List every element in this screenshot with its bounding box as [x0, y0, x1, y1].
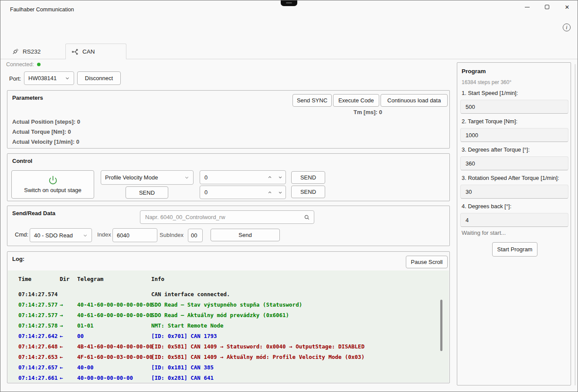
value2-send-button[interactable]: SEND [291, 186, 325, 198]
log-cell-time: 07:14:27.657 [18, 362, 60, 373]
log-cell-dir [60, 289, 77, 300]
minimize-button[interactable] [517, 0, 537, 14]
log-cell-dir: ← [60, 331, 77, 341]
log-header-telegram: Telegram [77, 274, 151, 284]
chevron-up-icon [268, 175, 272, 179]
value2-spinner[interactable]: 0 [200, 186, 286, 199]
tab-can-label: CAN [82, 48, 95, 55]
send-read-title: Send/Read Data [12, 210, 55, 216]
degrees-after-torque-label: 3. Degrees after Torque [°]: [462, 146, 530, 153]
log-cell-info: [ID: 0x581] CAN 1409 → Statusword: 0x004… [151, 341, 449, 352]
index-input[interactable] [112, 228, 157, 242]
log-cell-time: 07:14:27.661 [18, 373, 60, 382]
log-cell-telegram: 40-41-60-00-00-00-00-00 [77, 300, 151, 310]
status-dot [37, 63, 41, 66]
maximize-button[interactable] [537, 0, 557, 14]
connection-status: Connected: [6, 61, 41, 68]
log-row: 07:14:27.657←40-00[ID: 0x181] CAN 385 [8, 362, 449, 373]
log-panel: Log: Pause Scroll Time Dir Telegram Info… [7, 251, 450, 383]
value1-spinner-value: 0 [204, 174, 265, 181]
log-row: 07:14:27.648←4B-41-60-00-40-00-00-00[ID:… [8, 341, 449, 352]
cmd-select-value: 40 - SDO Read [34, 232, 73, 239]
port-select[interactable]: HW038141 [24, 71, 74, 85]
power-icon [48, 176, 58, 185]
log-cell-time: 07:14:27.577 [18, 310, 60, 321]
subindex-input[interactable] [188, 229, 203, 242]
log-rows: 07:14:27.574CAN interface connected.07:1… [8, 289, 449, 382]
start-speed-input[interactable] [460, 100, 568, 114]
target-torque-input[interactable] [460, 128, 568, 142]
log-cell-info: [ID: 0x581] CAN 1409 → Aktuálny mód: Pro… [151, 352, 449, 362]
program-title: Program [462, 68, 486, 74]
chevron-down-icon [278, 190, 282, 195]
connected-label: Connected: [6, 61, 34, 68]
log-header-info: Info [151, 274, 449, 284]
window-title: Faulhaber Communication [10, 7, 74, 13]
execute-code-button[interactable]: Execute Code [333, 94, 379, 107]
log-cell-info: NMT: Start Remote Node [151, 321, 449, 331]
chevron-down-icon [83, 233, 88, 238]
log-cell-dir: → [60, 310, 77, 321]
mode-select[interactable]: Profile Velocity Mode [101, 170, 194, 185]
steps-per-rev-label: 16384 steps per 360° [462, 79, 511, 85]
parameters-panel: Parameters Send SYNC Execute Code Contin… [7, 90, 450, 149]
log-cell-telegram: 40-00-00-00-00-00 [77, 373, 151, 382]
close-button[interactable]: ✕ [557, 0, 577, 14]
object-search-box[interactable] [140, 210, 314, 224]
log-cell-info: CAN interface connected. [151, 289, 449, 300]
log-cell-telegram: 01-01 [77, 321, 151, 331]
rotation-speed-after-torque-input[interactable] [460, 185, 568, 199]
switch-output-stage-button[interactable]: Switch on output stage [11, 170, 94, 199]
log-area: Time Dir Telegram Info 07:14:27.574CAN i… [8, 270, 449, 382]
degrees-back-input[interactable] [460, 213, 568, 227]
degrees-back-label: 4. Degrees back [°]: [462, 203, 511, 210]
log-row: 07:14:27.661←40-00-00-00-00-00[ID: 0x281… [8, 373, 449, 382]
minimize-icon [525, 7, 530, 7]
log-row: 07:14:27.577→40-61-60-00-00-00-00-00SDO … [8, 310, 449, 321]
close-icon: ✕ [565, 4, 570, 10]
port-select-value: HW038141 [28, 75, 57, 81]
disconnect-button[interactable]: Disconnect [77, 71, 121, 85]
mode-send-button[interactable]: SEND [126, 186, 168, 199]
cmd-select[interactable]: 40 - SDO Read [30, 228, 92, 242]
log-cell-info: SDO Read – Aktuálny mód prevádzky (0x606… [151, 310, 449, 321]
value2-decrement-button[interactable] [275, 186, 286, 199]
log-cell-time: 07:14:27.578 [18, 321, 60, 331]
rotation-speed-after-torque-label: 3. Rotation Speed After Torque [1/min]: [462, 175, 559, 181]
log-cell-telegram: 40-61-60-00-00-00-00-00 [77, 310, 151, 321]
log-cell-info: SDO Read – Stav výstupného stupňa (Statu… [151, 300, 449, 310]
send-button[interactable]: Send [211, 229, 280, 241]
tab-rs232[interactable]: RS232 [7, 44, 46, 59]
subindex-label: SubIndex [160, 232, 184, 238]
log-scrollbar[interactable] [440, 300, 442, 351]
can-bus-icon [71, 48, 78, 55]
screen-share-pill [281, 0, 297, 6]
value2-increment-button[interactable] [265, 186, 275, 199]
start-program-button[interactable]: Start Program [492, 242, 537, 257]
value1-send-button[interactable]: SEND [291, 171, 325, 184]
cmd-label: Cmd: [15, 231, 28, 238]
maximize-icon [545, 5, 549, 9]
pause-scroll-button[interactable]: Pause Scroll [406, 256, 448, 268]
tab-rs232-label: RS232 [23, 48, 41, 55]
log-row: 07:14:27.653←4F-61-60-00-03-00-00-00[ID:… [8, 352, 449, 362]
window-scrollbar[interactable] [575, 64, 576, 385]
send-sync-button[interactable]: Send SYNC [292, 94, 332, 107]
control-panel: Control Switch on output stage Profile V… [7, 153, 450, 201]
log-title: Log: [12, 256, 24, 262]
actual-velocity-value: Actual Velocity [1/min]: 0 [12, 139, 79, 145]
value1-increment-button[interactable] [265, 171, 275, 184]
tab-can[interactable]: CAN [65, 44, 126, 59]
value1-decrement-button[interactable] [275, 171, 286, 184]
pill-grip-icon [286, 2, 292, 3]
continuous-load-button[interactable]: Continuous load data [381, 94, 448, 107]
log-row: 07:14:27.578→01-01NMT: Start Remote Node [8, 321, 449, 331]
log-cell-time: 07:14:27.653 [18, 352, 60, 362]
actual-torque-value: Actual Torque [Nm]: 0 [12, 128, 71, 135]
log-cell-telegram [77, 289, 151, 300]
log-row: 07:14:27.642←00[ID: 0x701] CAN 1793 [8, 331, 449, 341]
object-search-input[interactable] [144, 213, 304, 221]
value1-spinner[interactable]: 0 [200, 170, 286, 184]
degrees-after-torque-input[interactable] [460, 156, 568, 170]
info-icon[interactable]: i [563, 24, 571, 31]
